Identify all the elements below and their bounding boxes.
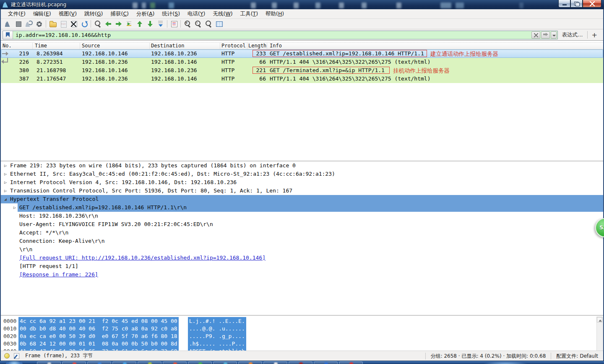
taskbar-button[interactable] — [289, 361, 312, 364]
taskbar-button[interactable] — [37, 361, 61, 364]
find-packet-button[interactable] — [92, 19, 103, 29]
close-file-button[interactable] — [68, 19, 79, 29]
detail-line[interactable]: Connection: Keep-Alive\r\n — [1, 237, 603, 245]
detail-line[interactable]: User-Agent: FLYINGVOICE FIP11W SV3.20 00… — [1, 220, 603, 229]
taskbar-button[interactable] — [138, 361, 161, 364]
detail-line[interactable]: ◢Hypertext Transfer Protocol — [1, 195, 603, 203]
zoom-in-button[interactable]: + — [182, 19, 193, 29]
go-forward-button[interactable] — [113, 19, 124, 29]
packet-row[interactable]: 2268.272351192.168.10.236192.168.10.146H… — [1, 58, 603, 66]
auto-scroll-button[interactable] — [155, 19, 166, 29]
column-header-destination[interactable]: Destination — [150, 43, 220, 49]
menu-item-F[interactable]: 文件(F) — [4, 9, 29, 19]
taskbar-button[interactable] — [339, 361, 363, 364]
taskbar-app-icon — [148, 362, 152, 364]
go-last-button[interactable] — [145, 19, 155, 29]
capture-options-button[interactable] — [34, 19, 44, 29]
column-header-info[interactable]: Info — [267, 43, 603, 49]
display-filter-input[interactable]: ip.addr==192.168.10.146&&http — [3, 31, 558, 39]
detail-line[interactable]: ▷Ethernet II, Src: Easy3cal_0c:45:ed (00… — [1, 170, 603, 178]
menu-item-Y[interactable]: 电话(Y) — [184, 9, 209, 19]
column-header-source[interactable]: Source — [80, 43, 150, 49]
taskbar-button[interactable] — [238, 361, 262, 364]
detail-line[interactable]: ▷Transmission Control Protocol, Src Port… — [1, 187, 603, 195]
column-header-no[interactable]: No. — [1, 43, 33, 49]
restore-button[interactable] — [570, 0, 583, 8]
tree-collapsed-icon[interactable]: ▷ — [13, 203, 16, 212]
start-capture-button[interactable] — [3, 19, 13, 29]
menu-item-T[interactable]: 工具(T) — [237, 9, 262, 19]
detail-line[interactable]: [Response in frame: 226] — [1, 270, 603, 279]
tree-collapsed-icon[interactable]: ▷ — [4, 161, 7, 170]
tree-collapsed-icon[interactable]: ▷ — [4, 187, 7, 195]
tree-expanded-icon[interactable]: ◢ — [4, 195, 7, 203]
filter-text[interactable]: ip.addr==192.168.10.146&&http — [13, 32, 531, 38]
stop-capture-button[interactable] — [13, 19, 23, 29]
taskbar-button[interactable] — [62, 361, 86, 364]
menu-item-H[interactable]: 帮助(H) — [262, 9, 288, 19]
detail-line[interactable]: \r\n — [1, 245, 603, 254]
hex-row[interactable]: 001000 db b0 d8 40 00 40 06 f2 75 c0 a8 … — [1, 325, 603, 333]
resize-columns-button[interactable] — [213, 19, 224, 29]
taskbar-button[interactable] — [112, 361, 136, 364]
detail-line[interactable]: [Full request URI: http://192.168.10.236… — [1, 254, 603, 262]
menu-item-S[interactable]: 统计(S) — [158, 9, 184, 19]
menu-item-A[interactable]: 分析(A) — [133, 9, 158, 19]
close-button[interactable] — [583, 0, 601, 8]
hex-row[interactable]: 00004c cc 6a 92 a1 23 00 21 f2 0c 45 ed … — [1, 317, 603, 325]
menu-item-W[interactable]: 无线(W) — [209, 9, 236, 19]
filter-apply-icon[interactable] — [541, 31, 550, 39]
filter-clear-icon[interactable] — [531, 31, 540, 39]
restart-capture-button[interactable] — [23, 19, 34, 29]
packet-row[interactable]: 2198.263984192.168.10.146192.168.10.236H… — [1, 49, 603, 58]
taskbar-button[interactable] — [263, 361, 287, 364]
packet-row[interactable]: 38721.176547192.168.10.236192.168.10.146… — [1, 75, 603, 83]
detail-line[interactable]: ▷GET /established.xml?ip=192.168.10.146 … — [1, 203, 603, 212]
colorize-button[interactable] — [169, 19, 179, 29]
column-header-length[interactable]: Length — [247, 43, 267, 49]
start-button[interactable] — [6, 361, 23, 364]
taskbar-button[interactable] — [188, 361, 212, 364]
packet-list-header[interactable]: No.TimeSourceDestinationProtocolLengthIn… — [1, 42, 603, 49]
menu-item-C[interactable]: 捕获(C) — [107, 9, 133, 19]
open-file-button[interactable] — [47, 19, 58, 29]
taskbar-button[interactable] — [314, 361, 338, 364]
zoom-original-button[interactable] — [203, 19, 213, 29]
go-to-packet-button[interactable] — [124, 19, 134, 29]
minimize-button[interactable] — [558, 0, 570, 8]
menu-item-V[interactable]: 视图(V) — [55, 9, 81, 19]
expression-button[interactable]: 表达式… — [558, 31, 587, 39]
taskbar-button[interactable] — [163, 361, 187, 364]
expert-info-icon[interactable] — [4, 353, 10, 359]
menu-item-G[interactable]: 跳转(G) — [81, 9, 107, 19]
packet-list-pane: No.TimeSourceDestinationProtocolLengthIn… — [1, 41, 603, 161]
filter-dropdown-icon[interactable] — [551, 31, 557, 39]
tree-collapsed-icon[interactable]: ▷ — [4, 170, 7, 178]
menu-item-E[interactable]: 编辑(E) — [29, 9, 55, 19]
zoom-out-button[interactable]: - — [193, 19, 203, 29]
filter-bookmark-icon[interactable] — [3, 31, 13, 39]
tree-collapsed-icon[interactable]: ▷ — [4, 178, 7, 187]
column-header-time[interactable]: Time — [33, 43, 80, 49]
column-header-protocol[interactable]: Protocol — [220, 43, 247, 49]
scroll-up-icon[interactable] — [597, 317, 602, 322]
windows-taskbar[interactable] — [0, 361, 604, 364]
hex-row[interactable]: 00300b 68 24 12 00 00 01 01 08 0a 00 0b … — [1, 340, 603, 348]
detail-line[interactable]: ▷Frame 219: 233 bytes on wire (1864 bits… — [1, 161, 603, 170]
title-bar[interactable]: 建立通话和挂机.pcapng — [0, 0, 604, 9]
go-first-button[interactable] — [134, 19, 145, 29]
detail-line[interactable]: [HTTP request 1/1] — [1, 262, 603, 270]
detail-line[interactable]: Host: 192.168.10.236\r\n — [1, 212, 603, 220]
taskbar-button[interactable] — [213, 361, 237, 364]
save-file-button[interactable] — [58, 19, 68, 29]
packet-row[interactable]: 38021.168798192.168.10.146192.168.10.236… — [1, 66, 603, 75]
detail-line[interactable]: ▷Internet Protocol Version 4, Src: 192.1… — [1, 178, 603, 187]
status-profile[interactable]: 配置文件: Default — [551, 353, 603, 359]
capture-comment-icon[interactable] — [14, 353, 19, 359]
add-filter-button[interactable]: + — [588, 31, 601, 39]
go-back-button[interactable] — [103, 19, 113, 29]
detail-line[interactable]: Accept: */*\r\n — [1, 229, 603, 237]
reload-file-button[interactable] — [79, 19, 89, 29]
taskbar-button[interactable] — [87, 361, 111, 364]
hex-row[interactable]: 00200a ec ca e0 00 50 39 d0 e0 67 5f 70 … — [1, 333, 603, 340]
